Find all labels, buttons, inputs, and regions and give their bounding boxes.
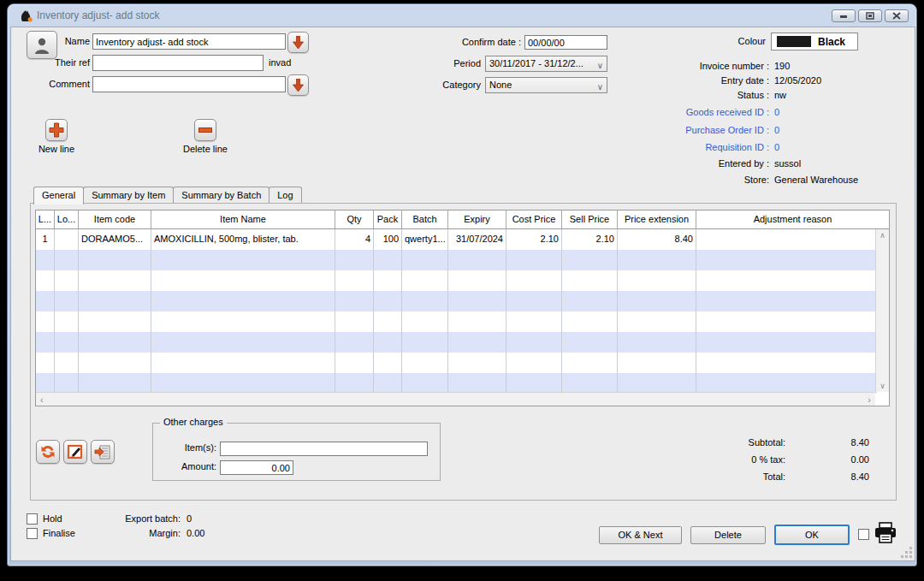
app-logo-icon: [19, 9, 33, 23]
cell-empty: [696, 270, 877, 291]
tab-general[interactable]: General: [33, 187, 84, 205]
copy-to-list-button[interactable]: [91, 440, 115, 464]
confirm-date-input[interactable]: [524, 35, 607, 50]
plus-icon: [49, 122, 64, 138]
period-select[interactable]: 30/11/2017 - 31/12/2... ∨: [485, 56, 607, 72]
close-button[interactable]: [885, 9, 909, 22]
table-row-empty[interactable]: [36, 353, 877, 373]
cell-empty: [506, 270, 562, 291]
cell-empty: [696, 250, 877, 270]
goods-received-id-value[interactable]: 0: [774, 105, 779, 119]
cell-empty: [335, 332, 374, 353]
cell-location: [55, 229, 79, 250]
scroll-down-icon[interactable]: ∨: [880, 382, 886, 390]
refresh-button[interactable]: [36, 440, 60, 464]
chevron-down-icon: ∨: [597, 80, 603, 93]
print-button[interactable]: [874, 522, 899, 544]
cell-empty: [506, 291, 562, 311]
scroll-left-icon[interactable]: ‹: [40, 394, 44, 405]
comment-edit-button[interactable]: [287, 74, 309, 96]
cell-empty: [618, 250, 696, 270]
down-arrow-icon: [293, 79, 304, 92]
invoice-number-value: 190: [774, 59, 790, 73]
vertical-scrollbar[interactable]: ∧ ∨: [875, 229, 889, 392]
tab-summary-by-batch[interactable]: Summary by Batch: [173, 187, 270, 204]
entry-date-label: Entry date :: [624, 74, 769, 87]
cell-empty: [506, 353, 562, 373]
cell-empty: [335, 270, 374, 291]
table-row-empty[interactable]: [36, 291, 877, 311]
column-header-line[interactable]: L...: [36, 210, 55, 228]
cell-empty: [55, 311, 79, 332]
hold-checkbox[interactable]: [27, 513, 38, 525]
title-bar[interactable]: Inventory adjust- add stock: [8, 4, 916, 27]
cell-empty: [151, 353, 335, 373]
other-charges-items-input[interactable]: [220, 442, 428, 456]
purchase-order-id-value[interactable]: 0: [774, 123, 779, 137]
ok-button[interactable]: OK: [774, 525, 850, 545]
column-header-item-code[interactable]: Item code: [79, 210, 151, 228]
tab-summary-by-item[interactable]: Summary by Item: [83, 187, 174, 204]
cell-pack: 100: [374, 229, 402, 250]
maximize-button[interactable]: [858, 9, 882, 22]
table-header: L... Lo... Item code Item Name Qty Pack …: [36, 210, 889, 229]
insert-into-list-icon: [94, 443, 111, 460]
tab-bar: General Summary by Item Summary by Batch…: [33, 187, 301, 204]
table-row-empty[interactable]: [36, 250, 877, 270]
scroll-up-icon[interactable]: ∧: [880, 231, 886, 240]
print-checkbox[interactable]: [858, 529, 869, 540]
column-header-cost-price[interactable]: Cost Price: [506, 210, 562, 228]
cell-empty: [448, 250, 506, 270]
cell-empty: [402, 332, 448, 353]
cell-empty: [151, 311, 335, 332]
their-ref-input[interactable]: [92, 55, 264, 71]
cell-empty: [562, 332, 618, 353]
minimize-button[interactable]: [832, 9, 856, 22]
delete-line-button[interactable]: [194, 119, 216, 141]
tab-log[interactable]: Log: [269, 187, 301, 204]
column-header-expiry[interactable]: Expiry: [448, 210, 506, 228]
horizontal-scrollbar[interactable]: ‹ ›: [36, 392, 875, 406]
delete-button[interactable]: Delete: [690, 526, 766, 544]
table-row-empty[interactable]: [36, 270, 877, 291]
column-header-price-extension[interactable]: Price extension: [618, 210, 696, 228]
table-row-empty[interactable]: [36, 311, 877, 332]
column-header-location[interactable]: Lo...: [55, 210, 79, 228]
cell-empty: [55, 373, 79, 394]
scroll-right-icon[interactable]: ›: [868, 394, 871, 405]
cell-empty: [402, 311, 448, 332]
requisition-id-link[interactable]: Requisition ID :: [624, 140, 769, 154]
column-header-qty[interactable]: Qty: [335, 210, 374, 228]
requisition-id-value[interactable]: 0: [774, 140, 779, 154]
purchase-order-id-link[interactable]: Purchase Order ID :: [624, 123, 769, 137]
column-header-pack[interactable]: Pack: [374, 210, 402, 228]
edit-note-button[interactable]: [63, 440, 87, 464]
name-input[interactable]: [92, 33, 286, 50]
goods-received-id-link[interactable]: Goods received ID :: [624, 105, 769, 119]
other-charges-amount-input[interactable]: [220, 460, 293, 475]
ok-and-next-button[interactable]: OK & Next: [599, 526, 682, 544]
comment-input[interactable]: [92, 76, 286, 92]
column-header-sell-price[interactable]: Sell Price: [562, 210, 618, 228]
column-header-item-name[interactable]: Item Name: [151, 210, 335, 228]
cell-empty: [79, 250, 151, 270]
table-row[interactable]: 1 DORAAMO5... AMOXICILLIN, 500mg, bliste…: [36, 229, 877, 250]
resize-grip[interactable]: [901, 547, 912, 558]
column-header-batch[interactable]: Batch: [402, 210, 448, 228]
cell-cost-price: 2.10: [506, 229, 562, 250]
new-line-button[interactable]: [45, 119, 68, 141]
finalise-checkbox[interactable]: [27, 528, 38, 539]
colour-value: Black: [818, 36, 845, 48]
table-row-empty[interactable]: [36, 373, 877, 394]
table-row-empty[interactable]: [36, 332, 877, 353]
colour-select[interactable]: Black: [771, 33, 858, 50]
cell-empty: [79, 373, 151, 394]
name-lookup-button[interactable]: [287, 32, 309, 53]
category-select[interactable]: None ∨: [485, 77, 607, 93]
cell-empty: [562, 270, 618, 291]
cell-empty: [55, 332, 79, 353]
cell-empty: [79, 311, 151, 332]
cell-empty: [506, 250, 562, 270]
column-header-adjustment-reason[interactable]: Adjustment reason: [696, 210, 889, 228]
table-body: 1 DORAAMO5... AMOXICILLIN, 500mg, bliste…: [36, 229, 877, 394]
